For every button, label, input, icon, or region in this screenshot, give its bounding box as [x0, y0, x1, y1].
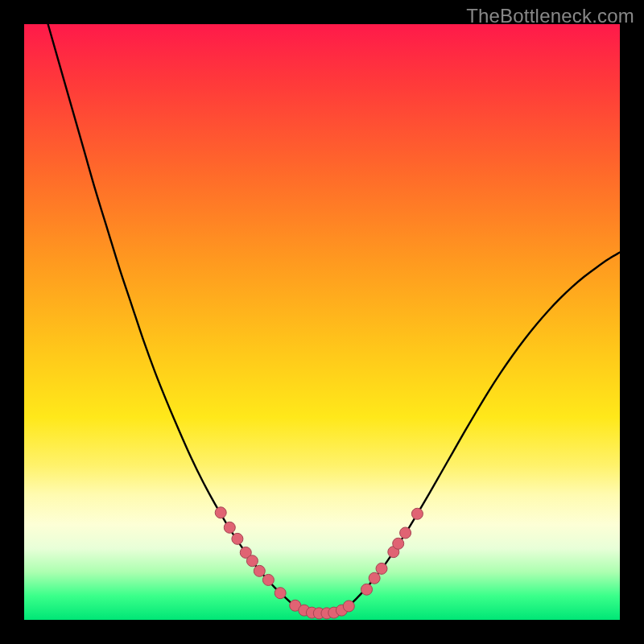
- data-point: [215, 507, 226, 518]
- data-point: [275, 588, 286, 599]
- data-point: [411, 508, 423, 519]
- data-point: [343, 601, 354, 612]
- chart-svg: [24, 24, 620, 620]
- plot-area: [24, 24, 620, 620]
- data-point: [262, 574, 274, 585]
- data-point: [393, 538, 404, 549]
- data-point: [361, 584, 373, 595]
- data-point: [224, 522, 235, 533]
- chart-frame: TheBottleneck.com: [0, 0, 644, 644]
- watermark-label: TheBottleneck.com: [466, 5, 634, 27]
- data-point: [376, 563, 387, 574]
- bottleneck-curve: [48, 24, 620, 614]
- data-point: [254, 565, 265, 576]
- data-point: [246, 555, 258, 567]
- data-point: [369, 572, 380, 584]
- data-point: [400, 527, 411, 539]
- data-point: [232, 533, 243, 544]
